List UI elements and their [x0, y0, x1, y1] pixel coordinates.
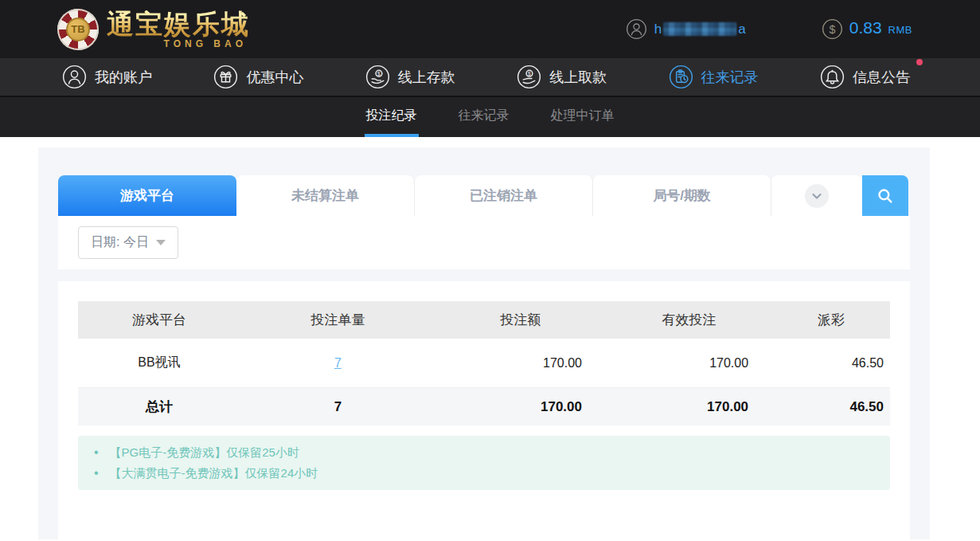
date-filter-label: 日期: 今日: [91, 234, 149, 251]
notice-text: 【大满贯电子-免费游戏】仅保留24小时: [110, 463, 318, 484]
account-summary[interactable]: ha: [626, 18, 746, 40]
table-row: BB视讯 7 170.00 170.00 46.50: [78, 339, 890, 388]
cell-payout: 46.50: [772, 339, 890, 388]
site-subtitle: TONG BAO: [164, 39, 250, 49]
bet-count-link[interactable]: 7: [334, 356, 342, 370]
nav-item-promotions[interactable]: 优惠中心: [213, 65, 303, 89]
table-total-row: 总计 7 170.00 170.00 46.50: [78, 388, 890, 426]
top-header: TB 通宝娱乐城 TONG BAO ha $ 0.83 RMB: [0, 0, 980, 58]
cell-bet-amount: 170.00: [435, 339, 606, 388]
notice-box: • 【PG电子-免费游戏】仅保留25小时 • 【大满贯电子-免费游戏】仅保留24…: [78, 436, 890, 490]
tab-round-number[interactable]: 局号/期数: [593, 175, 771, 216]
account-icon: [62, 65, 87, 89]
col-header-payout: 派彩: [772, 301, 890, 339]
tab-dropdown-toggle[interactable]: [771, 175, 862, 216]
total-valid-bet: 170.00: [606, 388, 772, 426]
subnav-tab-bet-records[interactable]: 投注纪录: [365, 97, 419, 137]
chevron-down-icon: [805, 184, 829, 208]
balance-currency: RMB: [888, 24, 912, 36]
chip-tb-label: TB: [66, 18, 90, 41]
nav-item-deposit[interactable]: $ 线上存款: [365, 65, 455, 89]
notice-line: • 【PG电子-免费游戏】仅保留25小时: [94, 442, 874, 463]
deposit-icon: $: [365, 65, 390, 89]
caret-down-icon: [156, 240, 166, 245]
tab-cancelled-bets[interactable]: 已注销注单: [415, 175, 593, 216]
main-nav: 我的账户 优惠中心 $ 线上存款 $ 线上取款: [0, 58, 980, 97]
search-icon: [875, 186, 896, 206]
date-filter-panel: 日期: 今日: [58, 216, 910, 269]
total-bet-count: 7: [240, 388, 435, 426]
nav-label: 优惠中心: [246, 68, 303, 87]
dollar-coin-icon: $: [822, 18, 843, 40]
notice-text: 【PG电子-免费游戏】仅保留25小时: [110, 442, 299, 463]
bullet-icon: •: [94, 442, 99, 463]
nav-label: 线上取款: [549, 68, 607, 87]
gift-icon: [213, 65, 238, 89]
svg-text:$: $: [829, 23, 835, 36]
user-icon: [626, 18, 647, 40]
cell-platform: BB视讯: [78, 339, 240, 388]
table-header-row: 游戏平台 投注单量 投注额 有效投注 派彩: [78, 301, 890, 339]
svg-text:$: $: [528, 71, 531, 76]
tab-unsettled-bets[interactable]: 未结算注单: [236, 175, 415, 216]
nav-item-announcements[interactable]: 信息公告: [820, 65, 910, 89]
nav-item-my-account[interactable]: 我的账户: [62, 65, 152, 89]
cell-bet-count: 7: [240, 339, 435, 388]
site-logo[interactable]: TB 通宝娱乐城 TONG BAO: [57, 9, 250, 50]
subnav-tab-transaction-records[interactable]: 往来记录: [457, 97, 511, 137]
bell-icon: [820, 65, 845, 89]
balance-display[interactable]: $ 0.83 RMB: [822, 18, 912, 40]
tab-game-platform[interactable]: 游戏平台: [58, 175, 236, 216]
svg-text:$: $: [377, 71, 381, 76]
poker-chip-logo-icon: TB: [57, 9, 99, 50]
username-censor-blur: [663, 22, 736, 36]
sub-nav: 投注纪录 往来记录 处理中订单: [0, 97, 980, 137]
nav-item-records[interactable]: 往来记录: [669, 65, 759, 89]
total-payout: 46.50: [772, 388, 890, 426]
notice-line: • 【大满贯电子-免费游戏】仅保留24小时: [94, 463, 874, 484]
bet-summary-table: 游戏平台 投注单量 投注额 有效投注 派彩 BB视讯 7 170.00 170.…: [78, 301, 890, 425]
username: ha: [654, 22, 746, 37]
cell-valid-bet: 170.00: [606, 339, 772, 388]
notification-dot-badge: [916, 59, 923, 65]
nav-item-withdraw[interactable]: $ 线上取款: [517, 65, 607, 89]
col-header-bet-amount: 投注额: [435, 301, 606, 339]
total-bet-amount: 170.00: [435, 388, 606, 426]
balance-amount: 0.83: [849, 18, 882, 37]
nav-label: 线上存款: [398, 68, 455, 87]
nav-label: 信息公告: [853, 68, 910, 87]
withdraw-icon: $: [517, 65, 541, 89]
filter-tab-bar: 游戏平台 未结算注单 已注销注单 局号/期数: [58, 175, 910, 216]
results-panel: 游戏平台 投注单量 投注额 有效投注 派彩 BB视讯 7 170.00 170.…: [58, 281, 910, 539]
nav-label: 我的账户: [95, 68, 152, 87]
records-icon: [669, 65, 693, 89]
bullet-icon: •: [94, 463, 99, 484]
nav-label: 往来记录: [701, 68, 759, 87]
subnav-tab-processing-orders[interactable]: 处理中订单: [549, 97, 616, 137]
total-label: 总计: [78, 388, 240, 426]
content-card: 游戏平台 未结算注单 已注销注单 局号/期数 日期: 今日 游戏平台 投注: [38, 147, 930, 539]
site-title: 通宝娱乐城: [107, 10, 250, 37]
col-header-platform: 游戏平台: [78, 301, 240, 339]
date-filter-button[interactable]: 日期: 今日: [78, 226, 178, 259]
col-header-bet-count: 投注单量: [240, 301, 435, 339]
col-header-valid-bet: 有效投注: [606, 301, 772, 339]
search-button[interactable]: [862, 175, 908, 216]
